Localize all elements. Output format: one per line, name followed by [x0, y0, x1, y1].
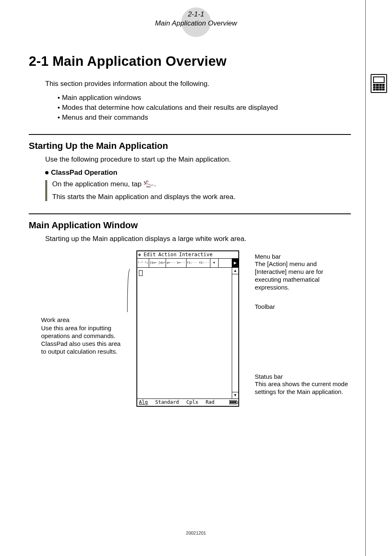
device-scrollbar: ▲ ▼ [232, 268, 238, 398]
callout-title: Status bar [255, 373, 349, 381]
status-alg: Alg [139, 399, 148, 405]
section-rule [29, 134, 351, 135]
bullet-item: Main application windows [58, 94, 351, 102]
callout-statusbar: Status bar This area shows the current m… [255, 373, 349, 396]
calculator-icon [371, 74, 387, 93]
menu-edit: Edit [143, 252, 156, 257]
intro-text: This section provides information about … [45, 80, 351, 88]
svg-text:Main: Main [146, 185, 151, 188]
intro-bullets: Main application windows Modes that dete… [58, 94, 351, 122]
status-standard: Standard [155, 399, 179, 405]
section-para: Starting up the Main application display… [45, 235, 351, 243]
toolbar-button: a=··· b=··· [166, 259, 186, 267]
callout-title: Menu bar [255, 253, 349, 261]
step-line: On the application menu, tap a √α Main . [52, 180, 351, 189]
toolbar-button-dropdown: ▼ [210, 259, 219, 267]
scroll-down-icon: ▼ [232, 392, 238, 398]
page-title: 2-1 Main Application Overview [29, 53, 351, 69]
diagram: Work area Use this area for inputting op… [29, 250, 351, 423]
step-text: . [154, 180, 156, 188]
step-line: This starts the Main application and dis… [52, 193, 351, 201]
main-app-icon: a √α Main [143, 180, 154, 188]
menu-interactive: Interactive [179, 252, 213, 257]
callout-body: Use this area for inputting operations a… [41, 324, 127, 355]
device-toolbar: ⁰·⁵ ¹⁄₂ ∫dx⌐ ∫dx⌐ a=··· b=··· Y1:··· Y2:… [137, 259, 238, 268]
section-rule [29, 213, 351, 214]
connector-lines [29, 250, 152, 312]
section-heading: Starting Up the Main Application [29, 141, 351, 151]
callout-body: The [Action] menu and [Interactive] menu… [255, 260, 349, 291]
menu-action: Action [158, 252, 177, 257]
footer-code: 20021201 [0, 531, 392, 535]
battery-icon [229, 400, 237, 404]
callout-menubar: Menu bar The [Action] menu and [Interact… [255, 253, 349, 292]
toolbar-scroll-right: ▶ [232, 259, 238, 267]
bullet-item: Modes that determine how calculations an… [58, 104, 351, 112]
right-sidebar [365, 0, 392, 556]
status-cplx: Cplx [186, 399, 198, 405]
step-text: On the application menu, tap [52, 180, 143, 188]
callout-title: Work area [41, 316, 127, 324]
callout-work-area: Work area Use this area for inputting op… [41, 316, 127, 356]
toolbar-button: ∫dx⌐ ∫dx⌐ [149, 259, 166, 267]
toolbar-button: ⁰·⁵ ¹⁄₂ [137, 259, 149, 267]
section-heading: Main Application Window [29, 220, 351, 231]
operation-heading-text: ClassPad Operation [51, 169, 118, 176]
settings-menu-icon: ❖ [138, 252, 141, 257]
scroll-up-icon: ▲ [232, 268, 238, 274]
toolbar-button: Y1:··· Y2:··· [187, 259, 210, 267]
page-header-title: Main Application Overview [155, 19, 237, 28]
section-para: Use the following procedure to start up … [45, 155, 351, 164]
callout-body: This area shows the current mode setting… [255, 380, 349, 396]
device-work-area [137, 268, 232, 398]
device-statusbar: Alg Standard Cplx Rad [137, 398, 238, 406]
callout-toolbar: Toolbar [255, 303, 275, 311]
status-rad: Rad [205, 399, 214, 405]
operation-heading: ClassPad Operation [45, 169, 351, 177]
bullet-item: Menus and their commands [58, 114, 351, 122]
device-screenshot: ❖ Edit Action Interactive ⁰·⁵ ¹⁄₂ ∫dx⌐ ∫… [136, 250, 239, 407]
step-block: On the application menu, tap a √α Main .… [45, 180, 351, 201]
page: 2-1-1 Main Application Overview 2-1 Main… [0, 0, 392, 556]
content: 2-1 Main Application Overview This secti… [29, 53, 351, 423]
page-header: 2-1-1 Main Application Overview [155, 10, 237, 28]
device-menubar: ❖ Edit Action Interactive [137, 251, 238, 259]
page-ref: 2-1-1 [155, 10, 237, 19]
